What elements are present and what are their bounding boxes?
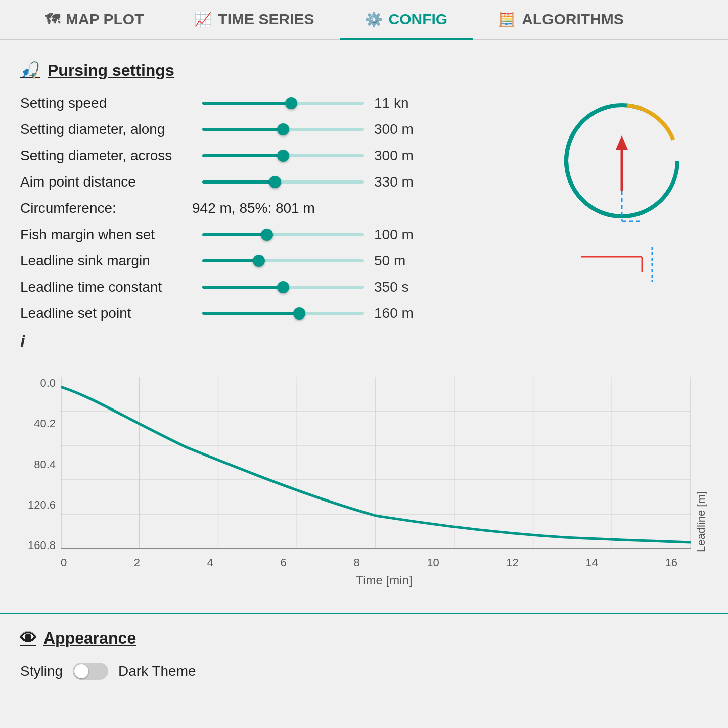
aim-point-value: 330 m	[374, 174, 425, 190]
fish-margin-value: 100 m	[374, 226, 425, 243]
slider-thumb	[293, 307, 305, 320]
nav-bar: 🗺 MAP PLOT 📈 TIME SERIES ⚙️ CONFIG 🧮 ALG…	[0, 0, 728, 40]
styling-row: Styling Dark Theme	[20, 663, 708, 680]
toggle-knob	[74, 664, 88, 678]
setting-diameter-along-label: Setting diameter, along	[20, 121, 192, 138]
setting-speed-label: Setting speed	[20, 95, 192, 111]
setting-row-fish-margin: Fish margin when set 100 m	[20, 226, 516, 243]
y-label-0: 0.0	[20, 377, 56, 390]
setting-diameter-across-value: 300 m	[374, 148, 425, 164]
x-axis-label: Time [min]	[61, 573, 708, 587]
fish-margin-slider[interactable]	[202, 230, 364, 240]
nav-algorithms[interactable]: 🧮 ALGORITHMS	[473, 1, 649, 40]
appearance-section: 👁 Appearance Styling Dark Theme	[0, 629, 728, 700]
nav-time-series[interactable]: 📈 TIME SERIES	[169, 1, 339, 40]
nav-time-series-label: TIME SERIES	[218, 11, 314, 28]
settings-area: Setting speed 11 kn Setting diameter, al…	[20, 95, 708, 351]
leadline-time-label: Leadline time constant	[20, 279, 192, 295]
slider-thumb	[253, 255, 265, 267]
y-label-1: 40.2	[20, 417, 56, 430]
svg-marker-4	[616, 135, 628, 150]
slider-thumb	[261, 229, 273, 241]
leadline-sink-label: Leadline sink margin	[20, 253, 192, 269]
circumference-label: Circumference:	[20, 200, 192, 216]
x-label-8: 16	[665, 556, 677, 569]
slider-track	[202, 312, 364, 315]
setting-diameter-along-value: 300 m	[374, 121, 425, 138]
setting-row-aim-point: Aim point distance 330 m	[20, 174, 516, 190]
setting-speed-value: 11 kn	[374, 95, 425, 111]
chart-wrapper: 0.0 40.2 80.4 120.6 160.8	[20, 377, 708, 552]
y-label-4: 160.8	[20, 539, 56, 552]
dark-theme-label: Dark Theme	[118, 663, 196, 679]
config-icon: ⚙️	[365, 11, 383, 28]
eye-icon: 👁	[20, 629, 36, 648]
setting-row-diameter-across: Setting diameter, across 300 m	[20, 148, 516, 164]
nav-map-plot-label: MAP PLOT	[66, 11, 144, 28]
y-label-3: 120.6	[20, 498, 56, 512]
nav-config-label: CONFIG	[389, 11, 448, 28]
nav-map-plot[interactable]: 🗺 MAP PLOT	[20, 1, 169, 40]
leadline-diagram	[576, 242, 667, 292]
diagram-area	[536, 90, 708, 351]
algorithms-icon: 🧮	[498, 11, 516, 28]
leadline-sink-value: 50 m	[374, 253, 425, 269]
leadline-time-slider[interactable]	[202, 282, 364, 292]
setting-diameter-across-label: Setting diameter, across	[20, 148, 192, 164]
x-axis: 0 2 4 6 8 10 12 14 16	[20, 552, 677, 569]
leadline-sink-slider[interactable]	[202, 256, 364, 266]
x-label-4: 8	[353, 556, 359, 569]
x-label-0: 0	[61, 556, 67, 569]
leadline-time-value: 350 s	[374, 279, 425, 295]
slider-thumb	[277, 281, 289, 293]
slider-track	[202, 259, 364, 262]
styling-label: Styling	[20, 663, 63, 679]
map-plot-icon: 🗺	[46, 11, 60, 28]
leadline-set-value: 160 m	[374, 305, 425, 322]
settings-sliders: Setting speed 11 kn Setting diameter, al…	[20, 95, 516, 351]
setting-diameter-along-slider[interactable]	[202, 124, 364, 134]
info-icon: i	[20, 332, 516, 351]
leadline-set-slider[interactable]	[202, 308, 364, 318]
chart-section: 0.0 40.2 80.4 120.6 160.8	[20, 367, 708, 598]
setting-row-leadline-time: Leadline time constant 350 s	[20, 279, 516, 295]
setting-diameter-across-slider[interactable]	[202, 151, 364, 161]
circumference-value: 942 m, 85%: 801 m	[192, 200, 315, 216]
x-label-7: 14	[585, 556, 598, 569]
x-label-2: 4	[207, 556, 213, 569]
slider-track	[202, 233, 364, 236]
setting-row-leadline-sink: Leadline sink margin 50 m	[20, 253, 516, 269]
x-label-3: 6	[281, 556, 287, 569]
slider-thumb	[277, 150, 289, 162]
aim-point-label: Aim point distance	[20, 174, 192, 190]
leadline-set-label: Leadline set point	[20, 305, 192, 322]
pursing-settings-header: 🎣 Pursing settings	[20, 61, 708, 80]
setting-speed-slider[interactable]	[202, 98, 364, 108]
slider-thumb	[269, 176, 281, 188]
nav-algorithms-label: ALGORITHMS	[522, 11, 624, 28]
slider-track	[202, 102, 364, 105]
y-axis: 0.0 40.2 80.4 120.6 160.8	[20, 377, 61, 552]
appearance-header: 👁 Appearance	[20, 629, 708, 648]
circle-diagram	[551, 90, 693, 232]
slider-track	[202, 180, 364, 184]
setting-row-leadline-set: Leadline set point 160 m	[20, 305, 516, 322]
x-label-5: 10	[427, 556, 439, 569]
setting-row-diameter-along: Setting diameter, along 300 m	[20, 121, 516, 138]
dark-theme-toggle[interactable]	[73, 663, 108, 680]
x-label-1: 2	[134, 556, 140, 569]
nav-config[interactable]: ⚙️ CONFIG	[340, 1, 473, 40]
pursing-icon: 🎣	[20, 61, 40, 80]
time-series-icon: 📈	[194, 11, 212, 28]
slider-thumb	[285, 97, 297, 109]
y-axis-label: Leadline [m]	[695, 377, 708, 552]
setting-row-speed: Setting speed 11 kn	[20, 95, 516, 111]
x-label-6: 12	[506, 556, 518, 569]
circumference-row: Circumference: 942 m, 85%: 801 m	[20, 200, 516, 216]
section-divider	[0, 613, 728, 614]
slider-thumb	[277, 123, 289, 135]
fish-margin-label: Fish margin when set	[20, 226, 192, 243]
aim-point-slider[interactable]	[202, 177, 364, 187]
y-label-2: 80.4	[20, 458, 56, 471]
main-content: 🎣 Pursing settings Setting speed 11 kn S…	[0, 40, 728, 598]
